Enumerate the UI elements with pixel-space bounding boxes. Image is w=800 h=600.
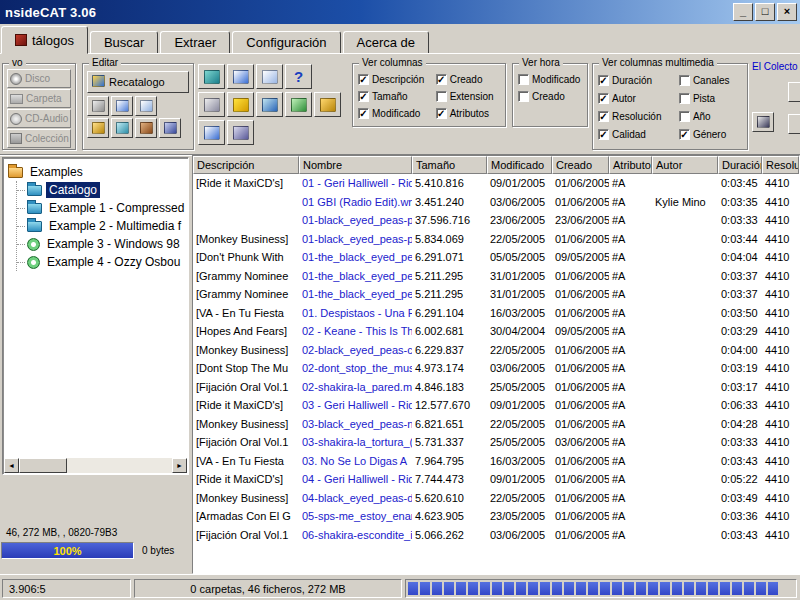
trash-button[interactable]: [87, 96, 109, 116]
column-header-mod[interactable]: Modificado: [487, 156, 552, 174]
grid-button[interactable]: [111, 118, 133, 138]
checkbox-duraci-n[interactable]: ✓Duración: [598, 71, 677, 89]
close-button[interactable]: ×: [777, 3, 797, 21]
key-button[interactable]: [314, 92, 341, 117]
checkbox-tama-o[interactable]: ✓Tamaño: [358, 88, 434, 105]
tree-item-catalogo[interactable]: Catalogo: [17, 181, 186, 199]
new-disco-button[interactable]: Disco: [7, 69, 71, 88]
table-row[interactable]: [Ride it MaxiCD's]01 - Geri Halliwell - …: [193, 174, 799, 193]
edit-entry-button[interactable]: [227, 64, 254, 89]
table-row[interactable]: [VA - En Tu Fiesta03. No Se Lo Digas A7.…: [193, 452, 799, 471]
table-row[interactable]: 01-black_eyed_peas-p37.596.71623/06/2005…: [193, 211, 799, 230]
window-button[interactable]: [198, 120, 225, 145]
table-row[interactable]: [Monkey Business]04-black_eyed_peas-d5.6…: [193, 489, 799, 508]
table-row[interactable]: [Don't Phunk With01-the_black_eyed_pe6.2…: [193, 248, 799, 267]
tree-root[interactable]: Examples: [8, 163, 186, 181]
column-header-desc[interactable]: Descripción: [193, 156, 299, 174]
table-row[interactable]: [Fijación Oral Vol.106-shakira-escondite…: [193, 526, 799, 545]
tab-acerca-de[interactable]: Acerca de: [343, 31, 430, 53]
checkbox-g-nero[interactable]: ✓Género: [679, 125, 745, 143]
column-view-button[interactable]: [256, 64, 283, 89]
checkbox-box: [679, 111, 690, 122]
checkbox-creado[interactable]: Creado: [518, 88, 585, 105]
checkbox-resoluci-n[interactable]: ✓Resolución: [598, 107, 677, 125]
list-grid-button[interactable]: [135, 96, 157, 116]
table-row[interactable]: [Grammy Nominee01-the_black_eyed_pe5.211…: [193, 267, 799, 286]
tab-extraer[interactable]: Extraer: [160, 31, 230, 53]
help-button[interactable]: ?: [285, 64, 312, 89]
table-row[interactable]: [Fijación Oral Vol.103-shakira-la_tortur…: [193, 433, 799, 452]
export-button[interactable]: [227, 120, 254, 145]
cell-author: [652, 359, 718, 378]
column-header-author[interactable]: Autor: [652, 156, 718, 174]
table-row[interactable]: [Ride it MaxiCD's]03 - Geri Halliwell - …: [193, 396, 799, 415]
cell-res: 4410: [762, 526, 799, 545]
checkbox-modificado[interactable]: Modificado: [518, 71, 585, 88]
table-row[interactable]: [Monkey Business]03-black_eyed_peas-n6.8…: [193, 415, 799, 434]
column-header-created[interactable]: Creado: [552, 156, 609, 174]
table-row[interactable]: [Monkey Business]02-black_eyed_peas-c6.2…: [193, 341, 799, 360]
checkbox-pista[interactable]: Pista: [679, 89, 745, 107]
tab-t-logos[interactable]: tálogos: [1, 26, 88, 54]
scroll-right-arrow[interactable]: ►: [172, 458, 187, 473]
cell-created: 23/06/2005: [552, 211, 609, 230]
minimize-button[interactable]: _: [733, 3, 753, 21]
new-colecci-n-button[interactable]: Colección: [7, 129, 71, 148]
column-header-attr[interactable]: Atributos: [609, 156, 652, 174]
column-header-size[interactable]: Tamaño: [412, 156, 487, 174]
tree-item-example-2-multimedia-f[interactable]: Example 2 - Multimedia f: [17, 217, 186, 235]
scroll-thumb[interactable]: [19, 458, 67, 473]
grid-icon: [116, 122, 129, 134]
table-row[interactable]: [VA - En Tu Fiesta01. Despistaos - Una F…: [193, 304, 799, 323]
eyedropper-button[interactable]: [752, 112, 774, 132]
tree-item-example-3-windows-98[interactable]: Example 3 - Windows 98: [17, 235, 186, 253]
table-row[interactable]: [Ride it MaxiCD's]04 - Geri Halliwell - …: [193, 470, 799, 489]
checkbox-modificado[interactable]: ✓Modificado: [358, 105, 434, 122]
lightning-button[interactable]: [227, 92, 254, 117]
tree-item-example-1-compressed[interactable]: Example 1 - Compressed: [17, 199, 186, 217]
table-row[interactable]: 01 GBI (Radio Edit).wn3.451.24003/06/200…: [193, 193, 799, 212]
checkbox-label: Creado: [532, 91, 565, 102]
checkbox-extension[interactable]: Extension: [436, 88, 503, 105]
title-bar[interactable]: nsideCAT 3.06 _□×: [0, 0, 800, 24]
export-icon: [233, 126, 249, 140]
recatalog-button[interactable]: Recatalogo: [87, 71, 189, 93]
maximize-button[interactable]: □: [755, 3, 775, 21]
table-row[interactable]: [Monkey Business]01-black_eyed_peas-p5.8…: [193, 230, 799, 249]
keys-button[interactable]: [87, 118, 109, 138]
search-window-button[interactable]: [256, 92, 283, 117]
tab-buscar[interactable]: Buscar: [90, 31, 158, 53]
table-row[interactable]: [Hopes And Fears]02 - Keane - This Is Th…: [193, 322, 799, 341]
catalog-window-button[interactable]: [198, 64, 225, 89]
tab-configuraci-n[interactable]: Configuración: [232, 31, 340, 53]
column-header-res[interactable]: Resolución: [762, 156, 799, 174]
cell-desc: [Don't Phunk With: [193, 248, 299, 267]
tree-horizontal-scrollbar[interactable]: ◄ ►: [4, 458, 187, 473]
copy-sheets-button[interactable]: [285, 92, 312, 117]
tree-item-example-4-ozzy-osbou[interactable]: Example 4 - Ozzy Osbou: [17, 253, 186, 271]
floppy-button[interactable]: [159, 118, 181, 138]
checkbox-canales[interactable]: Canales: [679, 71, 745, 89]
checkbox-a-o[interactable]: Año: [679, 107, 745, 125]
checkbox-creado[interactable]: ✓Creado: [436, 71, 503, 88]
scroll-left-arrow[interactable]: ◄: [4, 458, 19, 473]
checkbox-calidad[interactable]: ✓Calidad: [598, 125, 677, 143]
table-row[interactable]: [Dont Stop The Mu02-dont_stop_the_mus4.9…: [193, 359, 799, 378]
cell-mod: 22/05/2005: [487, 341, 552, 360]
table-row[interactable]: [Fijación Oral Vol.102-shakira-la_pared.…: [193, 378, 799, 397]
collector-partial-button-2[interactable]: [788, 114, 800, 134]
table-row[interactable]: [Grammy Nominee01-the_black_eyed_pe5.211…: [193, 285, 799, 304]
checkbox-autor[interactable]: ✓Autor: [598, 89, 677, 107]
new-cd-audio-button[interactable]: CD-Audio: [7, 109, 71, 128]
column-header-name[interactable]: Nombre: [299, 156, 412, 174]
edit-page-button[interactable]: [111, 96, 133, 116]
checkbox-atributos[interactable]: ✓Atributos: [436, 105, 503, 122]
printer-button[interactable]: [198, 92, 225, 117]
new-carpeta-button[interactable]: Carpeta: [7, 89, 71, 108]
collector-partial-button-1[interactable]: [788, 82, 800, 102]
tree-item-label: Example 4 - Ozzy Osbou: [44, 254, 183, 270]
books-button[interactable]: [135, 118, 157, 138]
column-header-dur[interactable]: Duración: [718, 156, 762, 174]
checkbox-descripci-n[interactable]: ✓Descripción: [358, 71, 434, 88]
table-row[interactable]: [Armadas Con El G05-sps-me_estoy_enar4.6…: [193, 507, 799, 526]
